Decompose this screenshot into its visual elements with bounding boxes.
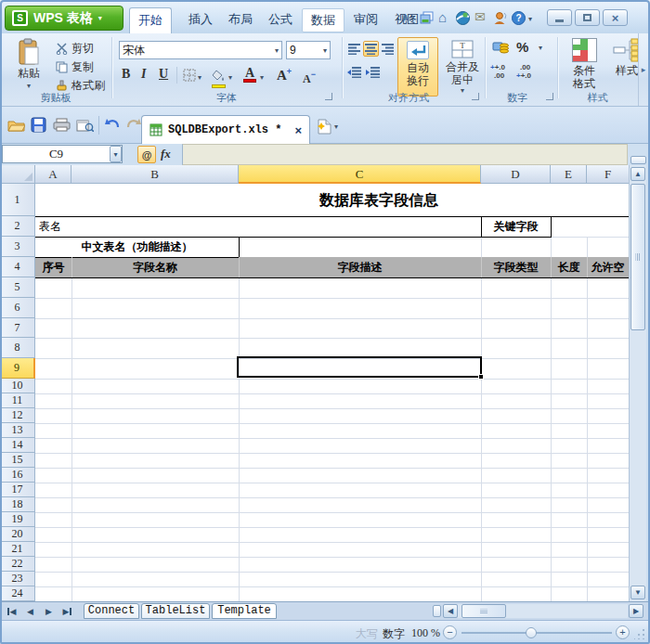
column-header-d[interactable]: D (481, 165, 551, 184)
maximize-button[interactable] (575, 9, 600, 26)
font-color-dropdown-icon[interactable]: ▾ (260, 73, 264, 82)
redo-button[interactable] (125, 118, 142, 135)
print-preview-button[interactable] (76, 118, 94, 135)
number-dialog-launcher[interactable] (546, 93, 553, 100)
align-right-button[interactable] (380, 41, 396, 57)
align-center-button[interactable] (363, 41, 379, 57)
first-sheet-button[interactable]: ◀ (4, 604, 20, 618)
undo-button[interactable] (104, 118, 121, 135)
column-header-b[interactable]: B (72, 165, 239, 184)
row-header-19[interactable]: 19 (0, 512, 35, 527)
decrease-decimal-button[interactable]: .00 ++.0 (516, 63, 531, 80)
new-document-button[interactable]: ▾ (318, 119, 338, 135)
percent-button[interactable]: % (516, 39, 528, 55)
vertical-scroll-thumb[interactable] (630, 184, 645, 330)
print-button[interactable] (53, 118, 71, 135)
italic-button[interactable]: I (141, 67, 146, 82)
decrease-indent-button[interactable] (346, 64, 362, 80)
row-header-5[interactable]: 5 (0, 277, 35, 298)
help-icon[interactable]: ? (512, 11, 526, 29)
next-sheet-button[interactable]: ▶ (41, 604, 57, 618)
borders-button[interactable] (183, 69, 196, 85)
document-tab[interactable]: SQLDBExport.xls * × (141, 115, 310, 144)
row-header-8[interactable]: 8 (0, 338, 35, 358)
prev-sheet-button[interactable]: ◀ (22, 604, 38, 618)
row-header-21[interactable]: 21 (0, 542, 35, 557)
document-close-icon[interactable]: × (294, 123, 302, 137)
row-header-13[interactable]: 13 (0, 423, 35, 438)
row-header-9[interactable]: 9 (0, 358, 35, 379)
shrink-font-button[interactable]: A− (303, 70, 316, 86)
grow-font-button[interactable]: A+ (277, 67, 292, 84)
zoom-slider-track[interactable] (462, 632, 612, 634)
row-header-16[interactable]: 16 (0, 468, 35, 483)
paste-button[interactable]: 粘贴 ▾ (7, 38, 50, 90)
scrollbar-split-handle[interactable] (630, 156, 646, 164)
select-all-corner[interactable] (0, 165, 35, 184)
tab-formula[interactable]: 公式 (260, 7, 301, 33)
last-sheet-button[interactable]: ▶ (59, 604, 75, 618)
horizontal-scroll-thumb[interactable] (462, 604, 506, 618)
ribbon-more-button[interactable]: ▸ (638, 33, 648, 106)
cell-title[interactable]: 数据库表字段信息 (240, 184, 518, 216)
selected-cell-c9[interactable] (237, 356, 482, 378)
cell-a3[interactable]: 中文表名（功能描述） (35, 237, 239, 257)
column-header-f[interactable]: F (587, 165, 629, 184)
column-header-a[interactable]: A (35, 165, 72, 184)
tab-insert[interactable]: 插入 (180, 7, 221, 33)
user-icon[interactable] (493, 11, 508, 29)
merge-center-button[interactable]: T 合并及 居中 ▾ (442, 37, 483, 97)
column-header-c[interactable]: C (239, 165, 481, 184)
row-header-22[interactable]: 22 (0, 557, 35, 572)
alignment-dialog-launcher[interactable] (472, 93, 479, 100)
sheet-tab-tablelist[interactable]: TableList (141, 603, 210, 619)
row-header-24[interactable]: 24 (0, 586, 35, 601)
switch-windows-icon[interactable] (420, 11, 435, 29)
row-header-17[interactable]: 17 (0, 483, 35, 497)
row-header-15[interactable]: 15 (0, 453, 35, 468)
row-header-6[interactable]: 6 (0, 298, 35, 318)
number-format-dropdown-icon[interactable]: ▾ (539, 44, 542, 52)
fill-color-dropdown-icon[interactable]: ▾ (228, 73, 232, 82)
sheet-tab-template[interactable]: Template (212, 603, 277, 619)
row-header-3[interactable]: 3 (0, 237, 35, 257)
cell-d4[interactable]: 字段类型 (481, 257, 551, 277)
sheet-tab-connect[interactable]: Connect (84, 603, 139, 619)
increase-decimal-button[interactable]: ++.0 .00 (490, 63, 505, 80)
tab-review[interactable]: 审阅 (345, 7, 386, 33)
scroll-right-icon[interactable]: ▶ (629, 604, 644, 618)
minimize-button[interactable] (547, 9, 572, 26)
cell-e4[interactable]: 长度 (551, 257, 587, 277)
cell-c4[interactable]: 字段描述 (239, 257, 481, 277)
column-header-e[interactable]: E (551, 165, 587, 184)
align-left-button[interactable] (346, 41, 362, 57)
cell-d2[interactable]: 关键字段 (481, 216, 551, 237)
underline-button[interactable]: U (159, 67, 168, 82)
row-header-4[interactable]: 4 (0, 257, 35, 277)
zoom-in-button[interactable]: + (616, 625, 630, 639)
vertical-scrollbar[interactable]: ▲ ▼ (629, 165, 646, 601)
font-color-button[interactable]: A (243, 67, 256, 83)
cell-a2[interactable]: 表名 (39, 216, 61, 237)
close-button[interactable]: × (603, 9, 628, 26)
row-header-10[interactable]: 10 (0, 379, 35, 393)
tab-layout[interactable]: 布局 (220, 7, 261, 33)
web-icon[interactable] (456, 11, 470, 29)
row-header-18[interactable]: 18 (0, 497, 35, 512)
collapse-ribbon-icon[interactable]: ∧ (401, 11, 410, 23)
open-button[interactable] (7, 118, 25, 135)
resize-grip[interactable] (634, 628, 645, 639)
cell-a4[interactable]: 序号 (35, 257, 72, 277)
row-header-1[interactable]: 1 (0, 184, 35, 216)
font-size-select[interactable]: 9▾ (286, 41, 331, 59)
name-box-dropdown-icon[interactable]: ▾ (110, 146, 122, 162)
assistant-button[interactable]: @ (137, 146, 156, 163)
zoom-out-button[interactable]: − (443, 625, 457, 639)
row-header-20[interactable]: 20 (0, 527, 35, 542)
tab-home[interactable]: 开始 (129, 7, 172, 34)
fill-handle[interactable] (478, 374, 484, 380)
row-header-2[interactable]: 2 (0, 216, 35, 237)
fill-color-button[interactable] (212, 68, 227, 88)
wrap-text-button[interactable]: 自动 换行 (397, 37, 438, 97)
formula-input[interactable] (182, 144, 628, 165)
